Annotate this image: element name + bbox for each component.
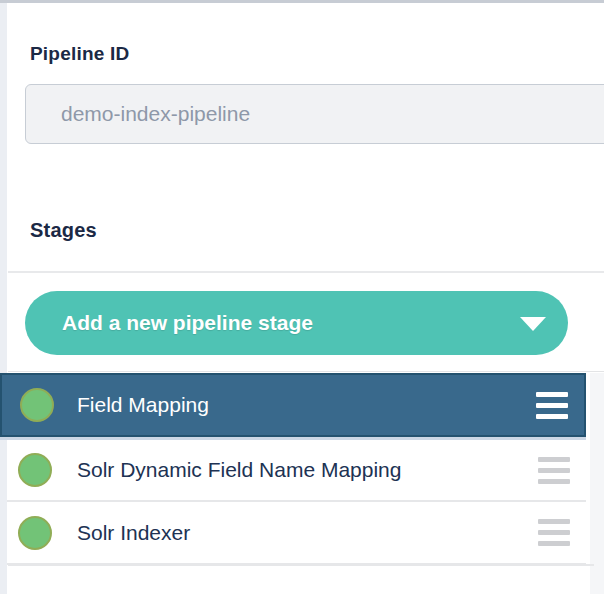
stage-label: Field Mapping xyxy=(77,393,209,417)
add-pipeline-stage-button[interactable]: Add a new pipeline stage xyxy=(25,291,568,355)
drag-handle-icon[interactable] xyxy=(538,457,570,484)
stage-row-solr-dynamic-field-name-mapping[interactable]: Solr Dynamic Field Name Mapping xyxy=(7,440,586,502)
stage-list-top-divider xyxy=(8,371,604,372)
pipeline-id-label: Pipeline ID xyxy=(30,43,129,65)
pipeline-editor-panel: Pipeline ID Stages Add a new pipeline st… xyxy=(0,0,604,594)
stage-row-solr-indexer[interactable]: Solr Indexer xyxy=(7,502,586,565)
left-background-strip xyxy=(0,3,7,594)
stages-heading: Stages xyxy=(30,219,97,242)
pipeline-id-input[interactable] xyxy=(25,84,604,144)
stages-section-divider xyxy=(8,271,604,273)
drag-handle-icon[interactable] xyxy=(536,392,568,419)
stage-status-dot[interactable] xyxy=(18,453,52,487)
stage-list-bottom-divider xyxy=(8,564,594,566)
stage-row-field-mapping[interactable]: Field Mapping xyxy=(0,373,586,437)
stage-label: Solr Indexer xyxy=(77,521,190,545)
add-pipeline-stage-label: Add a new pipeline stage xyxy=(62,311,313,334)
drag-handle-icon[interactable] xyxy=(538,519,570,546)
top-border-line xyxy=(0,0,604,3)
stage-label: Solr Dynamic Field Name Mapping xyxy=(77,458,401,482)
stage-status-dot[interactable] xyxy=(18,516,52,550)
right-background-band xyxy=(590,373,604,594)
stage-status-dot[interactable] xyxy=(20,388,54,422)
chevron-down-icon xyxy=(520,317,546,331)
